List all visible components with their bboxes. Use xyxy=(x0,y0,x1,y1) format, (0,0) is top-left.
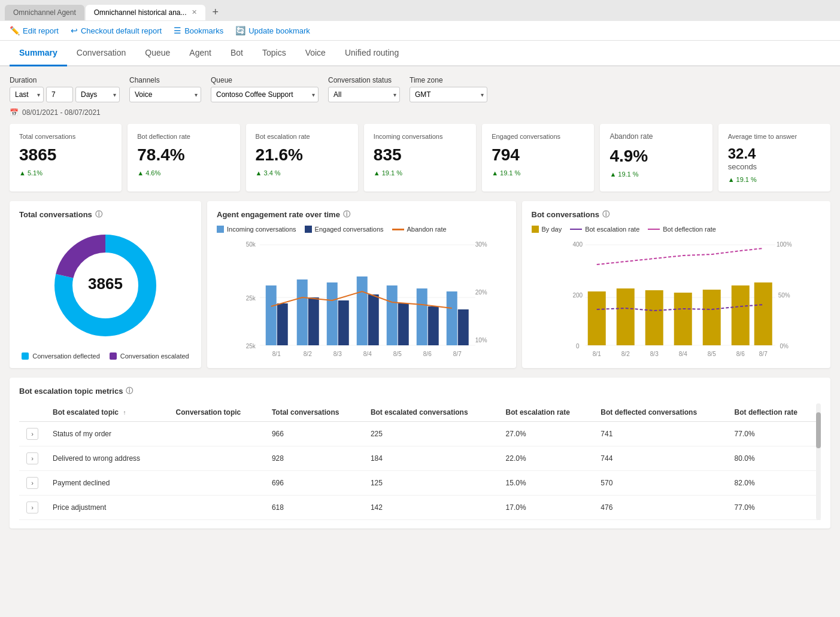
bookmarks-button[interactable]: ☰ Bookmarks xyxy=(174,26,223,35)
svg-rect-24 xyxy=(447,291,457,345)
queue-select-wrapper: Contoso Coffee Support xyxy=(211,87,319,102)
legend-by-day: By day xyxy=(532,226,562,233)
kpi-card-1: Bot deflection rate 78.4% ▲ 4.6% xyxy=(128,124,239,192)
checkout-report-button[interactable]: ↩ Checkout default report xyxy=(71,26,162,35)
tab-voice[interactable]: Voice xyxy=(296,41,335,66)
svg-text:8/3: 8/3 xyxy=(333,351,342,357)
total-conv-info-icon[interactable]: ⓘ xyxy=(95,209,102,220)
tab-omnichannel-historical[interactable]: Omnichannel historical ana... ✕ xyxy=(86,5,205,20)
kpi-title-3: Incoming conversations xyxy=(374,132,466,141)
col-bot-escalated-conversations[interactable]: Bot escalated conversations xyxy=(363,403,499,422)
timezone-select[interactable]: GMT UTC EST xyxy=(410,87,487,102)
scrollbar-thumb[interactable] xyxy=(816,412,821,448)
close-tab-icon[interactable]: ✕ xyxy=(192,8,197,16)
bot-escalation-info-icon[interactable]: ⓘ xyxy=(126,386,133,396)
cell-topic-0: Status of my order xyxy=(46,422,169,446)
tab-unified-routing[interactable]: Unified routing xyxy=(335,41,408,66)
tab-bot[interactable]: Bot xyxy=(221,41,253,66)
duration-mode-select[interactable]: Last This xyxy=(10,87,44,102)
svg-rect-17 xyxy=(338,300,349,345)
queue-select[interactable]: Contoso Coffee Support xyxy=(211,87,319,102)
channels-select[interactable]: Voice Chat Email xyxy=(129,87,201,102)
timezone-select-wrapper: GMT UTC EST xyxy=(410,87,487,102)
kpi-change-3: ▲ 19.1 % xyxy=(374,169,466,177)
cell-total-1: 928 xyxy=(265,446,363,471)
svg-text:50%: 50% xyxy=(778,292,790,299)
legend-deflected: Conversation deflected xyxy=(22,352,100,360)
col-bot-escalated-topic[interactable]: Bot escalated topic ↑ xyxy=(46,403,169,422)
svg-rect-42 xyxy=(587,291,605,345)
col-conversation-topic[interactable]: Conversation topic xyxy=(169,403,265,422)
total-conversations-chart: Total conversations ⓘ 3865 Conversation … xyxy=(10,201,201,368)
tab-omnichannel-agent[interactable]: Omnichannel Agent xyxy=(5,5,84,20)
col-bot-deflection-rate[interactable]: Bot deflection rate xyxy=(727,403,821,422)
kpi-change-6: ▲ 19.1 % xyxy=(728,176,821,183)
kpi-title-1: Bot deflection rate xyxy=(137,132,230,141)
bot-conv-info-icon[interactable]: ⓘ xyxy=(602,209,609,220)
expand-row-3[interactable]: › xyxy=(26,501,38,513)
duration-unit-select-wrapper: Days Weeks Months xyxy=(75,87,120,102)
bot-conversations-chart: Bot conversations ⓘ By day Bot escalatio… xyxy=(522,201,831,368)
refresh-icon: 🔄 xyxy=(235,26,245,35)
svg-rect-21 xyxy=(398,303,409,345)
bookmark-icon: ☰ xyxy=(174,26,181,35)
conversation-status-select[interactable]: All Open Closed xyxy=(328,87,400,102)
kpi-change-0: ▲ 5.1% xyxy=(19,169,112,177)
cell-escalated-1: 184 xyxy=(363,446,499,471)
bot-escalation-table-card: Bot escalation topic metrics ⓘ Bot escal… xyxy=(10,378,830,528)
kpi-value-3: 835 xyxy=(374,145,466,165)
svg-text:200: 200 xyxy=(572,292,583,299)
tab-agent[interactable]: Agent xyxy=(180,41,221,66)
tab-queue[interactable]: Queue xyxy=(135,41,180,66)
svg-rect-16 xyxy=(327,282,338,345)
col-expand xyxy=(19,403,46,422)
date-range-display: 📅 08/01/2021 - 08/07/2021 xyxy=(10,108,830,117)
toolbar: ✏️ Edit report ↩ Checkout default report… xyxy=(0,21,840,41)
cell-deflection-rate-0: 77.0% xyxy=(727,422,821,446)
expand-row-1[interactable]: › xyxy=(26,452,38,464)
duration-mode-select-wrapper: Last This xyxy=(10,87,44,102)
duration-filter: Duration Last This Days Weeks Months xyxy=(10,76,120,102)
col-bot-deflected-conversations[interactable]: Bot deflected conversations xyxy=(593,403,727,422)
svg-rect-48 xyxy=(754,282,772,345)
arrow-up-icon-4: ▲ xyxy=(492,169,498,177)
kpi-card-2: Bot escalation rate 21.6% ▲ 3.4 % xyxy=(246,124,358,192)
scrollbar-track[interactable] xyxy=(816,403,821,520)
calendar-icon: 📅 xyxy=(10,108,19,117)
edit-report-button[interactable]: ✏️ Edit report xyxy=(10,26,59,35)
svg-text:8/1: 8/1 xyxy=(592,351,601,357)
channels-filter: Channels Voice Chat Email xyxy=(129,76,201,102)
svg-text:100%: 100% xyxy=(776,241,792,248)
svg-text:20%: 20% xyxy=(475,289,487,296)
col-total-conversations[interactable]: Total conversations xyxy=(265,403,363,422)
checkout-icon: ↩ xyxy=(71,26,78,35)
sort-icon: ↑ xyxy=(123,409,126,416)
edit-icon: ✏️ xyxy=(10,26,20,35)
svg-text:8/5: 8/5 xyxy=(393,351,402,357)
cell-deflected-3: 476 xyxy=(593,496,727,520)
kpi-value-5: 4.9% xyxy=(609,147,702,166)
expand-row-2[interactable]: › xyxy=(26,477,38,489)
tab-summary[interactable]: Summary xyxy=(10,41,67,66)
svg-text:8/2: 8/2 xyxy=(621,351,629,357)
browser-tab-bar: Omnichannel Agent Omnichannel historical… xyxy=(0,0,840,21)
charts-row: Total conversations ⓘ 3865 Conversation … xyxy=(10,201,830,368)
svg-text:8/7: 8/7 xyxy=(453,351,462,357)
engagement-info-icon[interactable]: ⓘ xyxy=(343,209,350,220)
duration-unit-select[interactable]: Days Weeks Months xyxy=(75,87,120,102)
kpi-card-0: Total conversations 3865 ▲ 5.1% xyxy=(10,124,122,192)
tab-conversation[interactable]: Conversation xyxy=(67,41,136,66)
update-bookmark-button[interactable]: 🔄 Update bookmark xyxy=(235,26,310,35)
kpi-row: Total conversations 3865 ▲ 5.1% Bot defl… xyxy=(10,124,830,192)
bot-conv-svg: 400 200 0 100% 50% 0% xyxy=(532,238,821,357)
tab-topics[interactable]: Topics xyxy=(253,41,296,66)
svg-rect-46 xyxy=(702,290,720,345)
table-row: › Price adjustment 618 142 17.0% 476 77.… xyxy=(19,496,821,520)
legend-deflection-rate: Bot deflection rate xyxy=(648,226,716,233)
duration-number-input[interactable] xyxy=(46,87,73,102)
add-tab-button[interactable]: + xyxy=(207,4,225,21)
kpi-title-4: Engaged conversations xyxy=(492,132,584,141)
expand-row-0[interactable]: › xyxy=(26,428,38,440)
col-bot-escalation-rate[interactable]: Bot escalation rate xyxy=(499,403,594,422)
svg-text:10%: 10% xyxy=(475,337,487,344)
